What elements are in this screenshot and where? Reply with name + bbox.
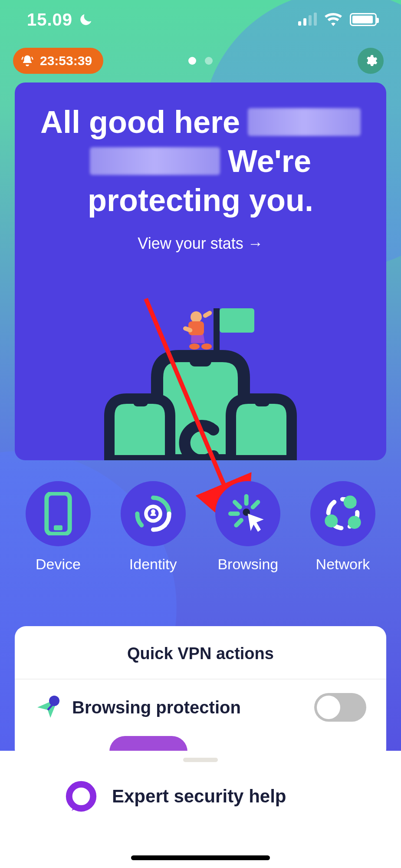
- redacted-name-2: [90, 147, 220, 175]
- tile-device-label: Device: [36, 556, 81, 573]
- browsing-protection-label: Browsing protection: [72, 698, 241, 717]
- expert-help-bar[interactable]: Expert security help: [0, 751, 401, 868]
- svg-point-23: [344, 495, 357, 508]
- view-stats-link[interactable]: View your stats →: [32, 234, 369, 253]
- tile-identity-label: Identity: [129, 556, 177, 573]
- redacted-name-1: [248, 108, 361, 136]
- tile-device[interactable]: Device: [15, 481, 102, 573]
- page-dot-2[interactable]: [205, 57, 213, 65]
- page-dot-1[interactable]: [188, 57, 196, 65]
- quick-vpn-card: Quick VPN actions Browsing protection: [15, 626, 386, 760]
- tile-browsing[interactable]: Browsing: [204, 481, 291, 573]
- svg-rect-1: [220, 308, 254, 333]
- svg-point-2: [191, 311, 202, 323]
- drag-handle[interactable]: [183, 758, 218, 762]
- svg-rect-9: [133, 399, 148, 406]
- svg-rect-10: [255, 399, 270, 406]
- divider: [15, 679, 386, 680]
- paper-plane-icon: [35, 694, 61, 720]
- svg-line-20: [253, 502, 258, 507]
- tile-network[interactable]: Network: [299, 481, 386, 573]
- status-bar-left: 15.09: [27, 10, 93, 30]
- svg-point-27: [69, 784, 93, 809]
- svg-point-24: [325, 515, 338, 528]
- battery-icon: [350, 13, 377, 26]
- status-time: 15.09: [27, 10, 72, 30]
- browsing-icon: [226, 492, 270, 535]
- svg-point-6: [189, 343, 200, 350]
- status-bar-right: [298, 13, 377, 26]
- category-tiles: Device Identity: [15, 481, 386, 573]
- hero-illustration: [15, 295, 386, 460]
- network-icon: [321, 492, 365, 535]
- partial-badge: [109, 736, 187, 752]
- quick-vpn-title: Quick VPN actions: [35, 644, 366, 663]
- svg-point-7: [201, 343, 212, 350]
- identity-icon: [131, 492, 175, 535]
- home-indicator[interactable]: [131, 855, 270, 860]
- chat-icon: [65, 780, 97, 812]
- hero-text-part-2: We're: [228, 142, 311, 181]
- wifi-icon: [325, 13, 342, 26]
- settings-button[interactable]: [358, 48, 384, 74]
- hero-text-part-1: All good here: [40, 102, 240, 142]
- svg-line-19: [237, 520, 242, 525]
- bell-icon: [21, 54, 34, 67]
- tile-identity[interactable]: Identity: [110, 481, 197, 573]
- device-icon: [43, 492, 73, 535]
- alert-timer-text: 23:53:39: [40, 53, 92, 68]
- tile-network-label: Network: [316, 556, 370, 573]
- status-bar: 15.09: [0, 0, 401, 39]
- svg-rect-4: [202, 310, 213, 319]
- top-row: 23:53:39: [0, 43, 401, 78]
- hero-card: All good here We're protecting you. View…: [15, 83, 386, 460]
- svg-rect-8: [190, 356, 211, 366]
- hero-heading: All good here We're protecting you.: [32, 102, 369, 220]
- cellular-icon: [298, 13, 317, 26]
- moon-icon: [79, 12, 93, 27]
- tile-browsing-label: Browsing: [217, 556, 278, 573]
- page-dots[interactable]: [188, 57, 213, 65]
- svg-rect-13: [54, 525, 62, 531]
- expert-help-label: Expert security help: [112, 786, 286, 807]
- alert-timer-pill[interactable]: 23:53:39: [13, 48, 103, 74]
- svg-point-26: [49, 696, 59, 706]
- svg-point-25: [348, 516, 361, 529]
- browsing-protection-toggle[interactable]: [314, 693, 366, 722]
- svg-rect-0: [214, 308, 220, 356]
- gear-icon: [364, 54, 378, 68]
- hero-text-part-3: protecting you.: [88, 181, 313, 220]
- svg-line-17: [235, 502, 240, 507]
- browsing-protection-row[interactable]: Browsing protection: [35, 694, 366, 720]
